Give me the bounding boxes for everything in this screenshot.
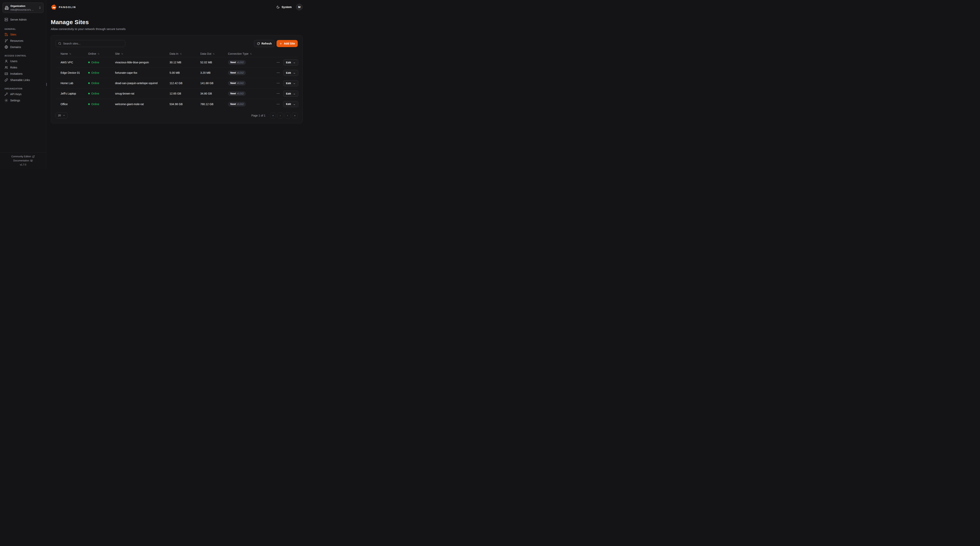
table-row: Office Online welcome-giant-mole-rat 534… bbox=[56, 99, 298, 109]
row-menu-button[interactable]: ⋯ bbox=[276, 91, 280, 96]
edit-button[interactable]: Edit → bbox=[283, 101, 298, 107]
connection-type-badge: Newt v1.3.2 bbox=[228, 91, 246, 96]
sidebar-item-label: Roles bbox=[10, 66, 17, 69]
user-avatar[interactable]: M bbox=[296, 4, 302, 10]
edit-button[interactable]: Edit → bbox=[283, 91, 298, 97]
section-heading-access-control: ACCESS CONTROL bbox=[5, 54, 41, 57]
sidebar-item-label: Shareable Links bbox=[10, 78, 30, 81]
server-icon bbox=[5, 18, 8, 21]
sidebar-item-resources[interactable]: Resources bbox=[3, 38, 43, 44]
first-page-button[interactable]: « bbox=[270, 113, 276, 118]
plus-icon bbox=[279, 42, 282, 45]
row-menu-button[interactable]: ⋯ bbox=[276, 60, 280, 65]
theme-toggle[interactable]: System bbox=[276, 5, 292, 9]
key-icon bbox=[5, 93, 8, 96]
column-header-data-out[interactable]: Data Out↑↓ bbox=[197, 52, 225, 55]
sidebar-item-shareable-links[interactable]: Shareable Links bbox=[3, 77, 43, 83]
data-out-cell: 3.20 MB bbox=[197, 71, 225, 74]
edit-button[interactable]: Edit → bbox=[283, 70, 298, 76]
sidebar-item-label: Settings bbox=[10, 99, 20, 102]
column-header-name[interactable]: Name↑↓ bbox=[56, 52, 85, 55]
pangolin-logo[interactable]: PANGOLIN bbox=[51, 4, 76, 10]
connection-type-badge: Newt v1.3.2 bbox=[228, 60, 246, 65]
row-actions: ⋯ Edit → bbox=[273, 91, 299, 97]
site-name-cell: Edge Device 01 bbox=[56, 71, 85, 74]
next-page-button[interactable]: › bbox=[285, 113, 291, 118]
data-in-cell: 30.12 MB bbox=[166, 61, 197, 64]
documentation-link[interactable]: Documentation bbox=[13, 159, 33, 162]
data-out-cell: 52.02 MB bbox=[197, 61, 225, 64]
users-icon bbox=[5, 66, 8, 69]
online-status-dot bbox=[88, 103, 90, 105]
search-box bbox=[56, 40, 125, 47]
data-in-cell: 112.42 GB bbox=[166, 81, 197, 85]
previous-page-button[interactable]: ‹ bbox=[277, 113, 283, 118]
sort-icon: ↑↓ bbox=[97, 53, 99, 55]
app-version: v1.7.0 bbox=[20, 163, 26, 166]
site-id-cell: vivacious-little-blue-penguin bbox=[112, 61, 166, 64]
sidebar-item-users[interactable]: Users bbox=[3, 58, 43, 64]
community-edition-link[interactable]: Community Edition bbox=[11, 155, 35, 158]
table-row: Home Lab Online dead-san-joaquin-antelop… bbox=[56, 78, 298, 88]
row-menu-button[interactable]: ⋯ bbox=[276, 81, 280, 86]
online-status-dot bbox=[88, 72, 90, 73]
data-in-cell: 12.65 GB bbox=[166, 92, 197, 95]
online-status-cell: Online bbox=[85, 71, 112, 74]
site-name-cell: AWS VPC bbox=[56, 61, 85, 64]
pangolin-wordmark: PANGOLIN bbox=[59, 6, 76, 9]
connection-type-cell: Newt v1.3.2 bbox=[225, 81, 273, 86]
column-header-data-in[interactable]: Data In↑↓ bbox=[166, 52, 197, 55]
edit-button[interactable]: Edit → bbox=[283, 80, 298, 86]
sort-icon: ↑↓ bbox=[69, 53, 71, 55]
connection-type-cell: Newt v1.3.2 bbox=[225, 70, 273, 75]
page-size-select[interactable]: 20 bbox=[56, 112, 68, 118]
add-site-button[interactable]: Add Site bbox=[277, 40, 298, 47]
data-out-cell: 780.12 GB bbox=[197, 102, 225, 106]
site-id-cell: welcome-giant-mole-rat bbox=[112, 102, 166, 106]
sidebar-item-domains[interactable]: Domains bbox=[3, 44, 43, 50]
table-row: Edge Device 01 Online fortunate-cape-fox… bbox=[56, 68, 298, 78]
search-input[interactable] bbox=[63, 42, 123, 45]
gear-icon bbox=[5, 99, 8, 102]
organization-selector[interactable]: Organization milo@fossorial.io's ... bbox=[3, 3, 43, 13]
sort-icon: ↑↓ bbox=[213, 53, 214, 55]
sidebar-nav: Server Admin GENERAL Sites Resources Do bbox=[3, 16, 43, 104]
sidebar-resize-handle[interactable] bbox=[46, 83, 47, 86]
online-status-cell: Online bbox=[85, 61, 112, 64]
connection-type-badge: Newt v1.3.2 bbox=[228, 81, 246, 86]
sidebar: Organization milo@fossorial.io's ... Ser… bbox=[0, 0, 46, 169]
sidebar-item-api-keys[interactable]: API Keys bbox=[3, 91, 43, 97]
column-header-online[interactable]: Online↑↓ bbox=[85, 52, 112, 55]
online-status-dot bbox=[88, 62, 90, 63]
column-header-site[interactable]: Site↑↓ bbox=[112, 52, 166, 55]
site-id-cell: smug-brown-rat bbox=[112, 92, 166, 95]
card-toolbar: Refresh Add Site bbox=[56, 40, 298, 47]
page-subtitle: Allow connectivity to your network throu… bbox=[51, 27, 302, 30]
sidebar-item-label: Sites bbox=[10, 33, 16, 36]
card-footer: 20 Page 1 of 1 « ‹ › » bbox=[56, 112, 298, 118]
last-page-button[interactable]: » bbox=[292, 113, 298, 118]
sidebar-item-roles[interactable]: Roles bbox=[3, 64, 43, 70]
online-status-dot bbox=[88, 93, 90, 94]
row-menu-button[interactable]: ⋯ bbox=[276, 70, 280, 75]
column-header-connection-type[interactable]: Connection Type↑↓ bbox=[225, 52, 273, 55]
sidebar-item-invitations[interactable]: Invitations bbox=[3, 70, 43, 77]
organization-value: milo@fossorial.io's ... bbox=[10, 8, 33, 11]
row-actions: ⋯ Edit → bbox=[273, 101, 299, 107]
sidebar-item-sites[interactable]: Sites bbox=[3, 31, 43, 38]
sidebar-item-label: API Keys bbox=[10, 93, 22, 96]
edit-button[interactable]: Edit → bbox=[283, 59, 298, 65]
sort-icon: ↑↓ bbox=[121, 53, 123, 55]
online-status-cell: Online bbox=[85, 92, 112, 95]
online-status-dot bbox=[88, 82, 90, 84]
data-in-cell: 5.00 MB bbox=[166, 71, 197, 74]
sidebar-item-label: Invitations bbox=[10, 72, 22, 75]
row-menu-button[interactable]: ⋯ bbox=[276, 102, 280, 107]
arrow-right-icon: → bbox=[293, 61, 296, 64]
sidebar-item-settings[interactable]: Settings bbox=[3, 97, 43, 104]
link-icon bbox=[5, 78, 8, 82]
refresh-button[interactable]: Refresh bbox=[254, 40, 275, 47]
topbar: PANGOLIN System M bbox=[46, 0, 307, 14]
globe-icon bbox=[5, 45, 8, 49]
sidebar-item-server-admin[interactable]: Server Admin bbox=[3, 16, 43, 23]
